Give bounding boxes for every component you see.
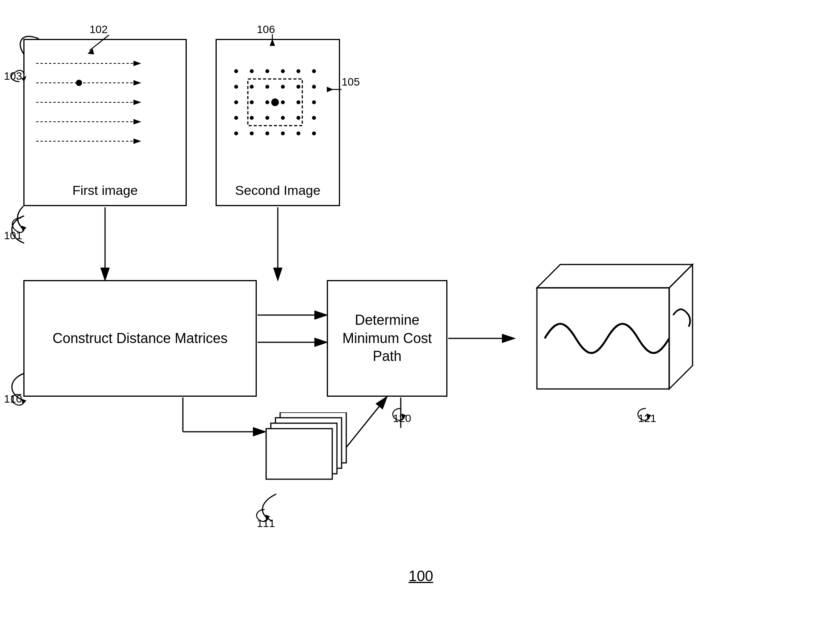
cdm-box: Construct Distance Matrices: [23, 280, 257, 397]
svg-marker-22: [133, 138, 141, 144]
ref-120: 120: [393, 412, 411, 425]
svg-point-29: [234, 85, 238, 89]
first-image-content: [28, 48, 192, 172]
cdm-text: Construct Distance Matrices: [53, 329, 228, 348]
svg-point-24: [250, 69, 254, 73]
svg-point-30: [250, 85, 254, 89]
svg-rect-59: [537, 288, 669, 389]
dmcp-text: Determine Minimum Cost Path: [328, 311, 446, 366]
svg-point-52: [312, 131, 316, 135]
svg-point-42: [250, 116, 254, 120]
svg-point-23: [234, 69, 238, 73]
svg-point-25: [265, 69, 269, 73]
svg-point-37: [265, 100, 269, 104]
svg-marker-16: [133, 80, 141, 86]
3d-box-waveform: [514, 257, 708, 437]
ref-121: 121: [638, 412, 656, 425]
svg-point-46: [312, 116, 316, 120]
waveform-svg: [514, 257, 708, 436]
svg-rect-58: [266, 429, 332, 479]
ref-111: 111: [257, 517, 275, 530]
svg-marker-20: [133, 119, 141, 124]
svg-point-39: [296, 100, 300, 104]
first-image-label: First image: [25, 183, 186, 198]
first-image-box: First image: [23, 39, 187, 206]
svg-point-48: [250, 131, 254, 135]
second-image-box: Second Image: [216, 39, 340, 206]
svg-line-8: [346, 398, 386, 447]
svg-point-36: [250, 100, 254, 104]
svg-point-40: [312, 100, 316, 104]
svg-marker-13: [133, 61, 141, 66]
svg-point-44: [281, 116, 285, 120]
second-image-content: [217, 52, 341, 168]
svg-point-49: [265, 131, 269, 135]
svg-point-43: [265, 116, 269, 120]
svg-point-50: [281, 131, 285, 135]
svg-point-34: [312, 85, 316, 89]
svg-point-31: [265, 85, 269, 89]
svg-point-51: [296, 131, 300, 135]
svg-marker-70: [21, 399, 26, 405]
svg-point-41: [234, 116, 238, 120]
svg-point-28: [312, 69, 316, 73]
dmcp-box: Determine Minimum Cost Path: [327, 280, 447, 397]
svg-point-15: [76, 80, 82, 86]
ref-101: 101: [4, 229, 22, 242]
svg-point-33: [296, 85, 300, 89]
ref-105: 105: [342, 76, 360, 88]
svg-point-47: [234, 131, 238, 135]
ref-106: 106: [257, 23, 275, 36]
svg-point-38: [281, 100, 285, 104]
svg-point-54: [271, 98, 279, 106]
second-image-label: Second Image: [217, 183, 339, 198]
ref-100: 100: [409, 568, 433, 585]
svg-marker-69: [21, 226, 26, 231]
stacked-rectangles: [265, 412, 350, 515]
diagram-container: First image: [0, 0, 840, 641]
ref-103: 103: [4, 70, 22, 82]
ref120-arrow: [377, 397, 455, 436]
svg-point-27: [296, 69, 300, 73]
ref-110: 110: [4, 393, 22, 405]
svg-point-26: [281, 69, 285, 73]
svg-marker-60: [537, 264, 693, 288]
ref-102: 102: [89, 23, 108, 36]
svg-marker-18: [133, 100, 141, 105]
svg-point-45: [296, 116, 300, 120]
svg-point-35: [234, 100, 238, 104]
stacked-rects-svg: [265, 412, 350, 513]
svg-point-32: [281, 85, 285, 89]
